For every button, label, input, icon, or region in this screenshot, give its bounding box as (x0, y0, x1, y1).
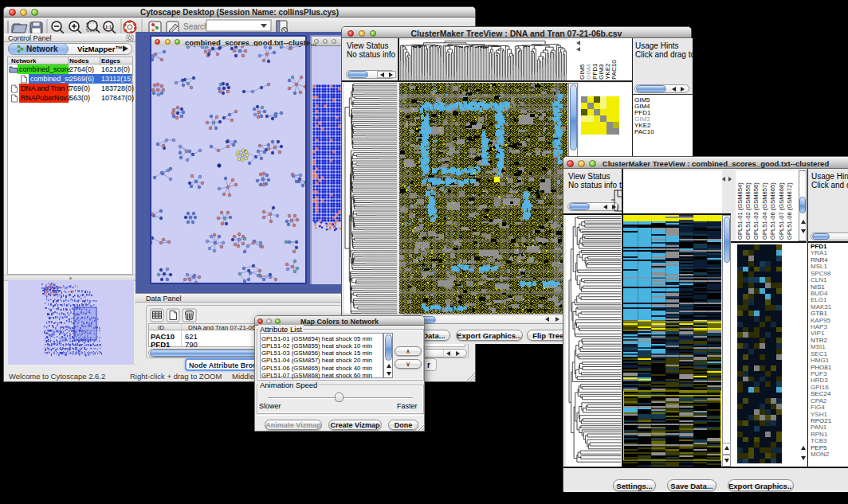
svg-text:GPL51-01 (GSM854): GPL51-01 (GSM854) (736, 182, 744, 240)
svg-text:GPL51-04 (GSM857): GPL51-04 (GSM857) (761, 182, 768, 240)
svg-text:GPL51-06 (GSM865): GPL51-06 (GSM865) (769, 182, 776, 240)
svg-text:GPL51-08 (GSM872): GPL51-08 (GSM872) (786, 182, 793, 240)
svg-text:GPL51-03 (GSM856): GPL51-03 (GSM856) (752, 182, 760, 240)
svg-text:PAC10: PAC10 (610, 60, 618, 80)
svg-text:GPL51-07 (GSM868): GPL51-07 (GSM868) (778, 182, 785, 240)
svg-text:1:1: 1:1 (105, 25, 112, 29)
svg-text:GPL51-02 (GSM855): GPL51-02 (GSM855) (744, 182, 752, 240)
